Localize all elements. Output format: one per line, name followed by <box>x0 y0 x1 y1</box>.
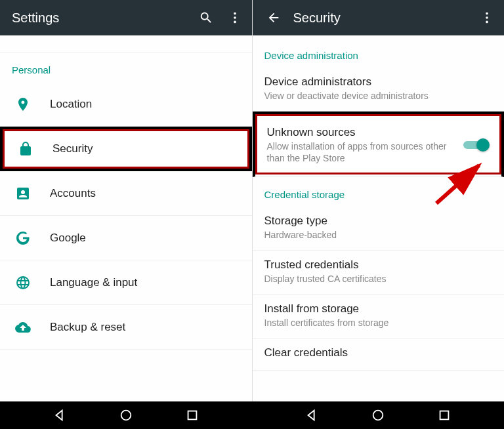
nav-recent-icon[interactable] <box>185 408 200 422</box>
nav-recent-icon[interactable] <box>437 408 452 422</box>
setting-unknown-sources[interactable]: Unknown sources Allow installation of ap… <box>253 112 505 176</box>
cloud-upload-icon <box>12 316 34 338</box>
google-icon <box>12 227 34 249</box>
svg-rect-8 <box>188 411 197 420</box>
settings-item-language[interactable]: Language & input <box>0 260 252 305</box>
setting-subtitle: Install certificates from storage <box>264 317 493 329</box>
settings-item-accounts[interactable]: Accounts <box>0 171 252 216</box>
svg-point-4 <box>486 16 488 19</box>
section-device-admin: Device administration <box>253 35 505 68</box>
setting-install-from-storage[interactable]: Install from storage Install certificate… <box>253 295 505 338</box>
setting-subtitle: Display trusted CA certificates <box>264 273 493 285</box>
svg-point-0 <box>234 12 236 15</box>
setting-trusted-credentials[interactable]: Trusted credentials Display trusted CA c… <box>253 251 505 295</box>
right-content: Device administration Device administrat… <box>253 35 505 401</box>
lock-icon <box>14 138 37 160</box>
nav-home-icon[interactable] <box>119 408 133 422</box>
setting-title: Storage type <box>264 214 493 228</box>
setting-title: Install from storage <box>264 302 493 316</box>
setting-title: Unknown sources <box>267 126 457 139</box>
svg-rect-10 <box>440 411 449 420</box>
settings-item-google[interactable]: Google <box>0 216 252 260</box>
page-title: Security <box>293 10 468 26</box>
setting-clear-credentials[interactable]: Clear credentials <box>253 338 505 371</box>
settings-item-label: Security <box>52 142 93 155</box>
settings-item-security[interactable]: Security <box>0 127 252 171</box>
setting-subtitle: Allow installation of apps from sources … <box>267 140 457 164</box>
right-appbar: Security <box>253 0 505 35</box>
left-appbar: Settings <box>0 0 252 35</box>
security-pane: Security Device administration Device ad… <box>253 0 505 401</box>
unknown-sources-toggle[interactable] <box>463 138 490 152</box>
settings-item-label: Backup & reset <box>50 321 125 334</box>
settings-item-backup[interactable]: Backup & reset <box>0 305 252 350</box>
globe-icon <box>12 272 34 294</box>
svg-point-9 <box>373 411 383 420</box>
search-icon[interactable] <box>197 9 215 27</box>
account-icon <box>12 182 34 205</box>
section-credential-storage: Credential storage <box>253 177 505 207</box>
settings-item-label: Location <box>50 98 92 111</box>
setting-device-administrators[interactable]: Device administrators View or deactivate… <box>253 68 505 112</box>
settings-item-label: Google <box>50 232 86 245</box>
section-personal: Personal <box>0 52 252 82</box>
overflow-menu-icon[interactable] <box>226 9 244 27</box>
svg-point-3 <box>486 12 488 15</box>
nav-home-icon[interactable] <box>371 408 385 422</box>
setting-subtitle: Hardware-backed <box>264 229 493 241</box>
settings-item-label: Accounts <box>50 187 96 200</box>
left-content: Personal Location Security Accounts <box>0 35 252 401</box>
svg-point-2 <box>234 21 236 24</box>
location-icon <box>12 93 34 115</box>
settings-pane: Settings Personal Location Securit <box>0 0 253 401</box>
nav-back-icon[interactable] <box>304 408 319 422</box>
svg-point-1 <box>234 16 236 19</box>
android-navbar <box>0 401 504 429</box>
settings-item-location[interactable]: Location <box>0 82 252 127</box>
setting-storage-type[interactable]: Storage type Hardware-backed <box>253 207 505 251</box>
svg-point-5 <box>486 21 488 24</box>
nav-back-icon[interactable] <box>52 408 67 422</box>
overflow-menu-icon[interactable] <box>478 9 496 27</box>
setting-title: Trusted credentials <box>264 258 493 272</box>
top-spacer <box>0 35 252 52</box>
page-title: Settings <box>12 10 186 26</box>
setting-title: Device administrators <box>264 75 493 89</box>
settings-item-label: Language & input <box>50 276 137 289</box>
setting-subtitle: View or deactivate device administrators <box>264 90 493 102</box>
setting-title: Clear credentials <box>264 346 493 359</box>
svg-point-7 <box>121 411 131 420</box>
back-icon[interactable] <box>264 9 283 27</box>
